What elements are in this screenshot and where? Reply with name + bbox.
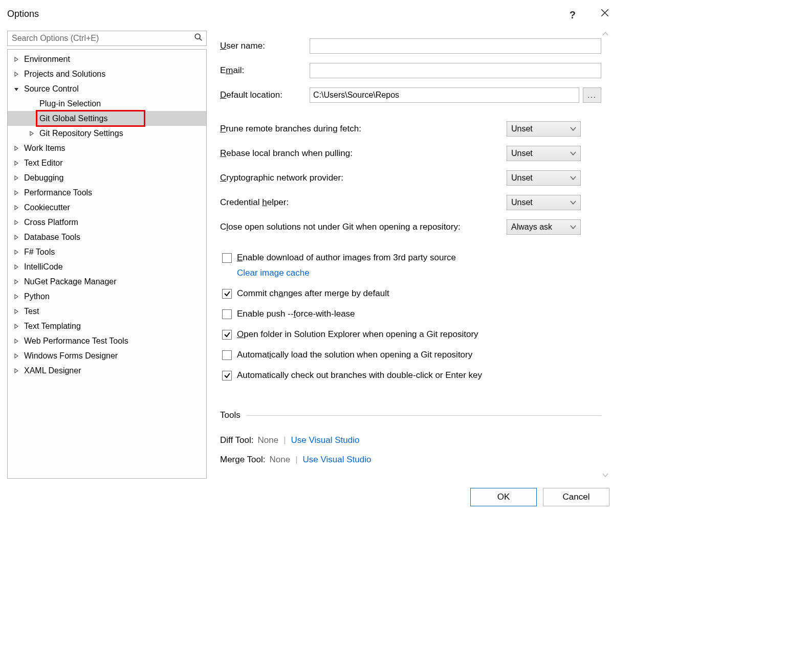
tree-item-source-control[interactable]: Source Control xyxy=(8,81,206,96)
checkbox-0[interactable] xyxy=(222,253,232,263)
close-icon xyxy=(600,8,609,17)
dropdown-row-1: Rebase local branch when pulling:Unset xyxy=(220,141,601,166)
dialog-footer: OK Cancel xyxy=(0,479,617,516)
merge-tool-row: Merge Tool: None | Use Visual Studio xyxy=(220,450,601,469)
clear-image-cache-link[interactable]: Clear image cache xyxy=(237,268,310,278)
tree-item-windows-forms-designer[interactable]: Windows Forms Designer xyxy=(8,348,206,363)
chevron-right-icon[interactable] xyxy=(13,249,20,256)
checkbox-row-2: Enable push --force-with-lease xyxy=(220,304,601,324)
chevron-right-icon[interactable] xyxy=(28,130,35,137)
chevron-right-icon[interactable] xyxy=(13,189,20,196)
chevron-right-icon[interactable] xyxy=(13,145,20,152)
tree-item-environment[interactable]: Environment xyxy=(8,52,206,66)
default-location-label: Default location: xyxy=(220,90,310,100)
tree-item-git-global-settings[interactable]: Git Global Settings xyxy=(8,111,206,126)
tree-item-label: Cookiecutter xyxy=(24,203,70,212)
tree-item-label: NuGet Package Manager xyxy=(24,277,117,286)
tree-item-cross-platform[interactable]: Cross Platform xyxy=(8,215,206,230)
dropdown-value: Unset xyxy=(511,124,533,133)
checkbox-1[interactable] xyxy=(222,289,232,299)
separator: | xyxy=(283,435,286,445)
chevron-right-icon[interactable] xyxy=(13,71,20,78)
checkbox-4[interactable] xyxy=(222,350,232,360)
checkbox-row-0: Enable download of author images from 3r… xyxy=(220,248,601,268)
cancel-button[interactable]: Cancel xyxy=(543,488,609,506)
dropdown-label: Prune remote branches during fetch: xyxy=(220,124,507,134)
chevron-right-icon[interactable] xyxy=(13,56,20,63)
tree-item-text-templating[interactable]: Text Templating xyxy=(8,319,206,333)
tree-item-intellicode[interactable]: IntelliCode xyxy=(8,259,206,274)
chevron-right-icon[interactable] xyxy=(13,308,20,315)
diff-tool-row: Diff Tool: None | Use Visual Studio xyxy=(220,431,601,450)
chevron-right-icon[interactable] xyxy=(13,367,20,374)
ok-button[interactable]: OK xyxy=(470,488,537,506)
tree-item-debugging[interactable]: Debugging xyxy=(8,170,206,185)
checkbox-label: Automatically load the solution when ope… xyxy=(237,350,472,360)
form-row-email: Email: xyxy=(220,58,601,83)
tree-item-plug-in-selection[interactable]: Plug-in Selection xyxy=(8,96,206,111)
dropdown-select-0[interactable]: Unset xyxy=(507,121,581,137)
dropdown-row-2: Cryptographic network provider:Unset xyxy=(220,166,601,190)
tree-item-performance-tools[interactable]: Performance Tools xyxy=(8,185,206,200)
dropdown-label: Credential helper: xyxy=(220,197,507,208)
search-input[interactable] xyxy=(8,31,206,46)
chevron-right-icon[interactable] xyxy=(13,174,20,182)
chevron-right-icon[interactable] xyxy=(13,323,20,330)
tree-item-projects-and-solutions[interactable]: Projects and Solutions xyxy=(8,66,206,81)
dropdown-select-3[interactable]: Unset xyxy=(507,195,581,210)
tree-item-work-items[interactable]: Work Items xyxy=(8,141,206,155)
tools-header-label: Tools xyxy=(220,410,241,420)
dropdown-value: Unset xyxy=(511,173,533,183)
checkbox-label: Open folder in Solution Explorer when op… xyxy=(237,329,478,340)
tree-item-test[interactable]: Test xyxy=(8,304,206,319)
checkbox-2[interactable] xyxy=(222,309,232,319)
scrollbar[interactable] xyxy=(601,31,609,479)
chevron-right-icon[interactable] xyxy=(13,293,20,300)
options-tree[interactable]: EnvironmentProjects and SolutionsSource … xyxy=(7,49,207,479)
chevron-down-icon[interactable] xyxy=(13,85,20,93)
tree-item-label: F# Tools xyxy=(24,248,55,257)
email-input[interactable] xyxy=(310,63,601,78)
diff-tool-link[interactable]: Use Visual Studio xyxy=(291,435,360,445)
right-panel: User name: Email: Default location: ... … xyxy=(215,31,609,479)
help-button[interactable]: ? xyxy=(570,7,576,21)
tree-item-python[interactable]: Python xyxy=(8,289,206,304)
default-location-input[interactable] xyxy=(310,87,579,103)
chevron-right-icon[interactable] xyxy=(13,204,20,211)
chevron-right-icon[interactable] xyxy=(13,219,20,226)
tree-item-database-tools[interactable]: Database Tools xyxy=(8,230,206,244)
titlebar-controls: ? xyxy=(570,7,609,21)
chevron-right-icon[interactable] xyxy=(13,352,20,360)
tree-item-cookiecutter[interactable]: Cookiecutter xyxy=(8,200,206,215)
chevron-right-icon[interactable] xyxy=(13,234,20,241)
browse-button[interactable]: ... xyxy=(583,87,601,103)
merge-tool-link[interactable]: Use Visual Studio xyxy=(303,455,372,465)
chevron-right-icon[interactable] xyxy=(13,160,20,167)
username-input[interactable] xyxy=(310,38,601,54)
divider xyxy=(247,415,601,416)
checkbox-5[interactable] xyxy=(222,371,232,380)
scroll-up-icon[interactable] xyxy=(601,31,609,37)
tree-item-text-editor[interactable]: Text Editor xyxy=(8,155,206,170)
tree-item-label: Environment xyxy=(24,55,70,64)
checkbox-row-4: Automatically load the solution when ope… xyxy=(220,345,601,365)
tree-item-web-performance-test-tools[interactable]: Web Performance Test Tools xyxy=(8,333,206,348)
tree-item-nuget-package-manager[interactable]: NuGet Package Manager xyxy=(8,274,206,289)
chevron-right-icon[interactable] xyxy=(13,278,20,285)
scroll-down-icon[interactable] xyxy=(601,472,609,479)
tree-item-f-tools[interactable]: F# Tools xyxy=(8,244,206,259)
chevron-right-icon[interactable] xyxy=(13,338,20,345)
dropdown-select-1[interactable]: Unset xyxy=(507,146,581,161)
diff-tool-value: None xyxy=(258,435,279,445)
dropdown-select-4[interactable]: Always ask xyxy=(507,219,581,235)
checkbox-3[interactable] xyxy=(222,330,232,340)
close-button[interactable] xyxy=(600,8,609,20)
tree-item-xaml-designer[interactable]: XAML Designer xyxy=(8,363,206,378)
tree-item-git-repository-settings[interactable]: Git Repository Settings xyxy=(8,126,206,141)
form-row-username: User name: xyxy=(220,34,601,58)
search-box[interactable] xyxy=(7,31,207,46)
merge-tool-value: None xyxy=(270,455,291,465)
chevron-right-icon[interactable] xyxy=(13,263,20,271)
tree-item-label: Test xyxy=(24,307,39,316)
dropdown-select-2[interactable]: Unset xyxy=(507,170,581,186)
